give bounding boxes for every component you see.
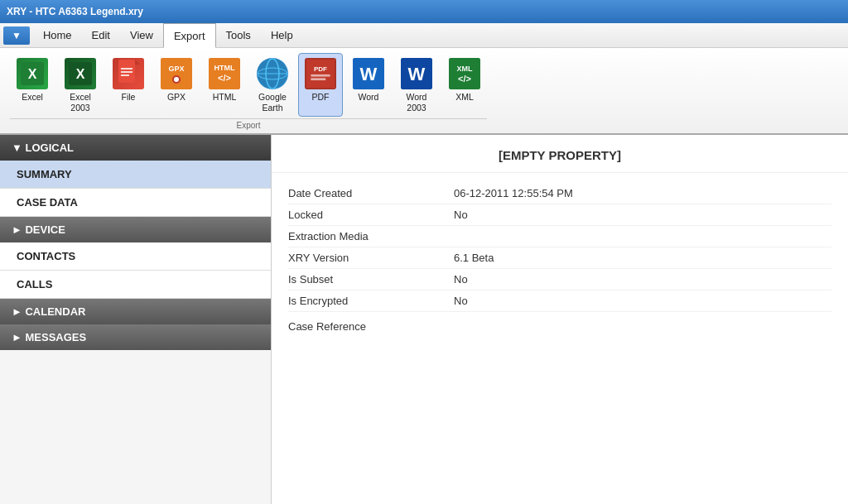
export-google-earth-button[interactable]: GoogleEarth xyxy=(250,53,295,117)
excel2003-label: Excel2003 xyxy=(70,92,91,113)
case-reference-section: Case Reference xyxy=(288,312,831,336)
date-created-value: 06-12-2011 12:55:54 PM xyxy=(454,187,573,199)
svg-text:HTML: HTML xyxy=(214,64,235,72)
is-subset-label: Is Subset xyxy=(288,273,454,286)
main-layout: ▼ LOGICAL SUMMARY CASE DATA ► DEVICE CON… xyxy=(0,135,848,504)
svg-point-12 xyxy=(174,77,179,82)
svg-text:W: W xyxy=(408,64,426,84)
file-label: File xyxy=(122,92,136,103)
property-row-xry-version: XRY Version 6.1 Beta xyxy=(288,247,831,269)
svg-text:</>: </> xyxy=(218,73,231,83)
gpx-icon: GPX xyxy=(160,57,193,90)
export-word2003-button[interactable]: W Word2003 xyxy=(394,53,439,117)
property-row-extraction-media: Extraction Media xyxy=(288,226,831,247)
xry-version-label: XRY Version xyxy=(288,252,454,264)
locked-label: Locked xyxy=(288,209,454,221)
export-excel2003-button[interactable]: X Excel2003 xyxy=(58,53,103,117)
html-label: HTML xyxy=(213,92,237,103)
locked-value: No xyxy=(454,209,468,221)
content-pane: [EMPTY PROPERTY] Date Created 06-12-2011… xyxy=(272,135,848,504)
svg-text:PDF: PDF xyxy=(314,65,327,73)
sidebar: ▼ LOGICAL SUMMARY CASE DATA ► DEVICE CON… xyxy=(0,135,272,504)
svg-rect-6 xyxy=(121,68,132,70)
pdf-icon: PDF xyxy=(304,57,337,90)
export-ribbon-group: X Excel X Excel2003 F xyxy=(10,53,487,130)
sidebar-item-summary[interactable]: SUMMARY xyxy=(0,161,271,189)
sidebar-item-device[interactable]: ► DEVICE xyxy=(0,217,271,242)
sidebar-item-logical[interactable]: ▼ LOGICAL xyxy=(0,135,271,161)
svg-rect-7 xyxy=(121,71,132,73)
export-pdf-button[interactable]: PDF PDF xyxy=(298,53,343,117)
menu-home[interactable]: Home xyxy=(33,23,82,48)
title-bar: XRY - HTC A6363 Legend.xry xyxy=(0,0,848,23)
menu-tools[interactable]: Tools xyxy=(216,23,261,48)
sidebar-item-calendar[interactable]: ► CALENDAR xyxy=(0,299,271,324)
ribbon-buttons: X Excel X Excel2003 F xyxy=(10,53,487,117)
logical-label: ▼ LOGICAL xyxy=(12,142,74,154)
export-word-button[interactable]: W Word xyxy=(346,53,391,117)
word2003-label: Word2003 xyxy=(407,92,427,113)
device-label: ► DEVICE xyxy=(12,223,65,236)
sidebar-item-messages[interactable]: ► MESSAGES xyxy=(0,324,271,350)
property-row-locked: Locked No xyxy=(288,204,831,226)
is-subset-value: No xyxy=(454,273,468,286)
menu-help[interactable]: Help xyxy=(261,23,303,48)
calendar-label: ► CALENDAR xyxy=(12,305,85,318)
excel-label: Excel xyxy=(22,92,43,103)
property-row-date-created: Date Created 06-12-2011 12:55:54 PM xyxy=(288,183,831,204)
ribbon: X Excel X Excel2003 F xyxy=(0,48,848,135)
title-text: XRY - HTC A6363 Legend.xry xyxy=(7,6,143,17)
svg-text:GPX: GPX xyxy=(168,65,184,73)
svg-rect-20 xyxy=(306,60,335,88)
export-file-button[interactable]: File xyxy=(106,53,151,117)
svg-rect-8 xyxy=(121,74,129,76)
case-reference-label: Case Reference xyxy=(288,320,366,333)
word-icon: W xyxy=(352,57,385,90)
export-xml-button[interactable]: XML</> XML xyxy=(442,53,487,117)
calls-label: CALLS xyxy=(17,278,52,290)
menu-export[interactable]: Export xyxy=(163,23,216,48)
contacts-label: CONTACTS xyxy=(17,250,75,262)
extraction-media-label: Extraction Media xyxy=(288,230,454,242)
export-excel-button[interactable]: X Excel xyxy=(10,53,55,117)
svg-rect-22 xyxy=(311,74,330,77)
is-encrypted-value: No xyxy=(454,295,468,307)
sidebar-item-calls[interactable]: CALLS xyxy=(0,271,271,299)
menu-view[interactable]: View xyxy=(120,23,163,48)
excel2003-icon: X xyxy=(64,57,97,90)
sidebar-item-case-data[interactable]: CASE DATA xyxy=(0,189,271,217)
excel-icon: X xyxy=(16,57,49,90)
property-row-is-encrypted: Is Encrypted No xyxy=(288,290,831,312)
content-title: [EMPTY PROPERTY] xyxy=(272,135,848,173)
summary-label: SUMMARY xyxy=(17,168,72,180)
svg-rect-23 xyxy=(311,78,325,80)
word-label: Word xyxy=(359,92,379,103)
case-data-label: CASE DATA xyxy=(17,196,78,209)
file-icon xyxy=(112,57,145,90)
google-earth-label: GoogleEarth xyxy=(258,92,287,113)
svg-text:X: X xyxy=(28,67,37,81)
html-icon: HTML</> xyxy=(208,57,241,90)
app-menu-button[interactable]: ▼ xyxy=(3,26,30,45)
property-row-is-subset: Is Subset No xyxy=(288,269,831,290)
svg-marker-5 xyxy=(135,60,140,65)
pdf-label: PDF xyxy=(312,92,330,103)
svg-text:W: W xyxy=(360,64,378,84)
google-earth-icon xyxy=(256,57,289,90)
sidebar-item-contacts[interactable]: CONTACTS xyxy=(0,242,271,271)
xry-version-value: 6.1 Beta xyxy=(454,252,494,264)
export-html-button[interactable]: HTML</> HTML xyxy=(202,53,247,117)
svg-text:X: X xyxy=(76,67,85,81)
menu-edit[interactable]: Edit xyxy=(82,23,120,48)
menu-bar: ▼ Home Edit View Export Tools Help xyxy=(0,23,848,48)
is-encrypted-label: Is Encrypted xyxy=(288,295,454,307)
messages-label: ► MESSAGES xyxy=(12,331,86,343)
svg-text:XML: XML xyxy=(457,65,474,73)
export-gpx-button[interactable]: GPX GPX xyxy=(154,53,199,117)
word2003-icon: W xyxy=(400,57,433,90)
ribbon-group-label: Export xyxy=(10,118,487,130)
xml-label: XML xyxy=(455,92,474,103)
svg-rect-9 xyxy=(161,58,192,89)
xml-icon: XML</> xyxy=(448,57,481,90)
content-body: Date Created 06-12-2011 12:55:54 PM Lock… xyxy=(272,173,848,346)
